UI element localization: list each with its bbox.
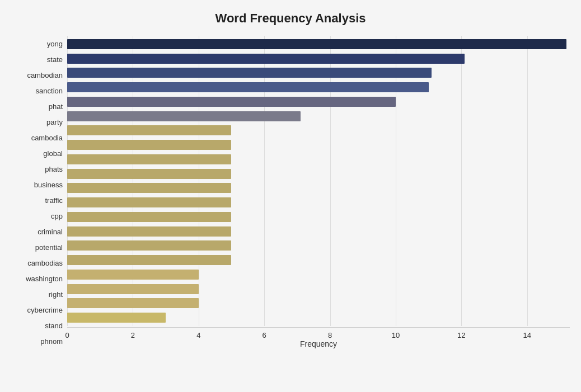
y-label: cambodia bbox=[31, 134, 63, 141]
bar-row bbox=[67, 96, 570, 108]
bar-row bbox=[67, 297, 570, 309]
y-label: state bbox=[47, 56, 63, 63]
bar bbox=[67, 140, 231, 150]
bar-row bbox=[67, 268, 570, 281]
y-axis: yongstatecambodiansanctionphatpartycambo… bbox=[11, 36, 67, 350]
y-label: stand bbox=[45, 322, 63, 329]
bar bbox=[67, 298, 199, 308]
bar bbox=[67, 255, 231, 265]
bar bbox=[67, 270, 199, 280]
bar bbox=[67, 197, 231, 207]
x-tick: 0 bbox=[65, 331, 69, 339]
y-label: cambodian bbox=[27, 72, 63, 79]
y-label: yong bbox=[47, 40, 63, 48]
bar-row bbox=[67, 311, 570, 324]
x-tick: 14 bbox=[523, 331, 531, 339]
bar bbox=[67, 68, 432, 78]
bar bbox=[67, 125, 231, 135]
bar bbox=[67, 183, 231, 193]
x-tick: 6 bbox=[263, 331, 266, 339]
bars-and-x: Frequency 02468101214 bbox=[67, 36, 570, 350]
bar-row bbox=[67, 81, 570, 93]
bar-row bbox=[67, 239, 570, 252]
bars-list bbox=[67, 36, 570, 326]
chart-title: Word Frequency Analysis bbox=[11, 11, 570, 26]
y-label: traffic bbox=[45, 197, 63, 204]
y-label: business bbox=[34, 181, 63, 188]
bar bbox=[67, 154, 231, 164]
bar-row bbox=[67, 168, 570, 180]
bar bbox=[67, 111, 301, 121]
x-tick: 4 bbox=[196, 331, 200, 339]
y-label: washington bbox=[26, 275, 63, 282]
bar-row bbox=[67, 211, 570, 223]
x-axis: Frequency 02468101214 bbox=[67, 327, 570, 350]
y-label: potential bbox=[35, 244, 63, 251]
bar-row bbox=[67, 124, 570, 136]
y-label: sanction bbox=[36, 87, 63, 95]
y-label: phnom bbox=[40, 338, 63, 345]
bar-row bbox=[67, 110, 570, 122]
bar bbox=[67, 226, 231, 237]
y-label: criminal bbox=[38, 228, 63, 235]
bar-row bbox=[67, 139, 570, 151]
x-tick: 2 bbox=[131, 331, 135, 339]
chart-container: Word Frequency Analysis yongstatecambodi… bbox=[0, 0, 581, 392]
bar-row bbox=[67, 225, 570, 238]
y-label: phat bbox=[49, 103, 63, 110]
bar bbox=[67, 97, 396, 107]
chart-area: yongstatecambodiansanctionphatpartycambo… bbox=[11, 36, 570, 350]
bar bbox=[67, 82, 429, 92]
bar bbox=[67, 240, 231, 251]
x-tick: 8 bbox=[328, 331, 332, 339]
y-label: cambodias bbox=[27, 259, 63, 267]
bar-row bbox=[67, 283, 570, 295]
y-label: party bbox=[46, 119, 63, 126]
x-tick: 10 bbox=[392, 331, 400, 339]
bar bbox=[67, 39, 566, 49]
bar-row bbox=[67, 38, 570, 50]
y-label: global bbox=[43, 150, 63, 157]
bar-row bbox=[67, 53, 570, 65]
y-label: cpp bbox=[51, 212, 63, 220]
bar bbox=[67, 284, 199, 294]
bar bbox=[67, 313, 166, 323]
bars-wrapper bbox=[67, 36, 570, 326]
y-label: right bbox=[49, 291, 63, 298]
bar bbox=[67, 54, 465, 64]
bar-row bbox=[67, 196, 570, 209]
x-axis-label: Frequency bbox=[67, 339, 570, 348]
bar-row bbox=[67, 153, 570, 166]
x-tick: 12 bbox=[457, 331, 465, 339]
y-label: phats bbox=[45, 166, 63, 173]
y-label: cybercrime bbox=[27, 306, 63, 314]
bar-row bbox=[67, 67, 570, 79]
bar-row bbox=[67, 182, 570, 194]
bar-row bbox=[67, 254, 570, 266]
bar bbox=[67, 212, 231, 222]
bar bbox=[67, 169, 231, 179]
